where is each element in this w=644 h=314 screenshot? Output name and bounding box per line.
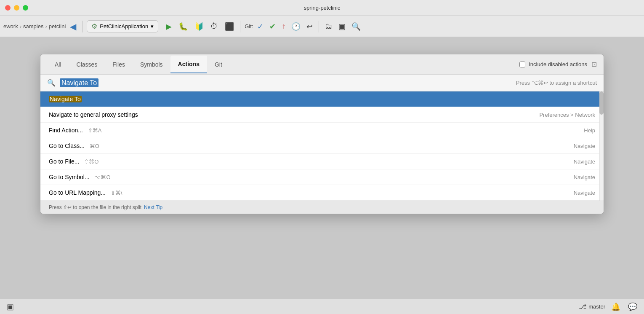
result-item-go-to-class[interactable]: Go to Class... ⌘O Navigate [40,138,604,154]
result-shortcut-find-action: ⇧⌘A [88,127,102,134]
result-category-go-to-class: Navigate [574,143,595,149]
result-label-navigate-to: Navigate To [49,96,595,102]
tabs-bar: All Classes Files Symbols Actions Git In… [40,54,604,75]
tab-symbols[interactable]: Symbols [133,56,170,73]
git-commit-button[interactable]: ✔ [268,21,277,32]
result-shortcut-go-to-symbol: ⌥⌘O [94,174,110,180]
result-item-go-to-url[interactable]: Go to URL Mapping... ⇧⌘\ Navigate [40,185,604,201]
run-config-label: PetClinicApplication [100,23,148,30]
result-item-find-action[interactable]: Find Action... ⇧⌘A Help [40,123,604,138]
search-input-selected-text[interactable]: Navigate To [60,78,98,87]
toolbar: ework › samples › petclini ◀ ⚙ PetClinic… [0,16,644,37]
git-history-button[interactable]: 🕐 [290,21,302,32]
result-item-go-to-file[interactable]: Go to File... ⇧⌘O Navigate [40,154,604,169]
bottom-notifications-button[interactable]: 🔔 [609,301,622,312]
breadcrumb: ework › samples › petclini [3,23,66,30]
result-item-navigate-to[interactable]: Navigate To [40,91,604,107]
include-disabled-label[interactable]: Include disabled actions [529,61,587,67]
result-shortcut-go-to-class: ⌘O [90,143,99,149]
tab-files[interactable]: Files [105,56,133,73]
git-branch[interactable]: ⎇ master [579,303,605,311]
coverage-button[interactable]: 🔰 [193,21,205,32]
breadcrumb-item-1: ework [3,23,18,30]
next-tip-link[interactable]: Next Tip [144,204,162,210]
git-push-button[interactable]: ↑ [280,21,287,32]
bottom-right: ⎇ master 🔔 💬 [579,301,639,312]
status-hint-text: Press ⇧↩ to open the file in the right s… [49,204,141,210]
toolbar-actions: ▶ 🐛 🔰 ⏱ ⬛ [164,21,236,32]
profile-button[interactable]: ⏱ [209,21,220,32]
toolbar-divider-3 [319,21,319,32]
search-everywhere-button[interactable]: 🔍 [350,21,362,32]
search-input-wrapper[interactable]: Navigate To [60,79,512,87]
result-item-go-to-symbol[interactable]: Go to Symbol... ⌥⌘O Navigate [40,169,604,185]
results-scroll-area: Navigate To Navigate to general proxy se… [40,91,604,201]
result-category-navigate-proxy: Preferences > Network [539,112,595,118]
shortcut-hint: Press ⌥⌘↩ to assign a shortcut [516,80,597,86]
bottom-layout-button[interactable]: ▣ [5,301,16,312]
result-label-find-action: Find Action... ⇧⌘A [49,127,577,134]
result-shortcut-go-to-file: ⇧⌘O [84,158,98,165]
git-revert-button[interactable]: ↩ [305,21,314,32]
git-branch-icon: ⎇ [579,303,586,311]
stop-button[interactable]: ⬛ [223,21,236,32]
run-config-dropdown[interactable]: ⚙ PetClinicApplication ▾ [87,20,158,32]
bottom-chat-button[interactable]: 💬 [626,301,639,312]
result-label-navigate-proxy: Navigate to general proxy settings [49,111,532,118]
result-highlight: Navigate To [49,96,82,102]
main-content: All Classes Files Symbols Actions Git In… [0,37,644,299]
search-bar: 🔍 Navigate To Press ⌥⌘↩ to assign a shor… [40,75,604,91]
debug-button[interactable]: 🐛 [177,21,189,32]
result-item-navigate-proxy[interactable]: Navigate to general proxy settings Prefe… [40,107,604,123]
result-shortcut-go-to-url: ⇧⌘\ [111,190,122,196]
toolbar-divider-1 [82,21,82,32]
maximize-button[interactable] [23,5,28,11]
search-dialog: All Classes Files Symbols Actions Git In… [40,54,604,214]
scrollbar-track[interactable] [599,91,604,201]
tab-git[interactable]: Git [207,56,230,73]
tab-all[interactable]: All [47,56,69,73]
layout-button[interactable]: ▣ [337,21,347,32]
scrollbar-thumb[interactable] [599,91,604,115]
result-category-find-action: Help [584,127,595,134]
include-disabled-container: Include disabled actions [519,61,587,67]
result-label-go-to-file: Go to File... ⇧⌘O [49,158,567,165]
breadcrumb-item-3: petclini [49,23,66,30]
bottom-bar: ▣ ⎇ master 🔔 💬 [0,299,644,314]
result-category-go-to-url: Navigate [574,190,595,196]
run-button[interactable]: ▶ [164,21,173,32]
project-tree-button[interactable]: 🗂 [323,21,334,32]
git-update-button[interactable]: ✓ [255,21,265,32]
back-button[interactable]: ◀ [68,21,78,32]
dropdown-arrow-icon: ▾ [151,23,154,30]
dialog-status-bar: Press ⇧↩ to open the file in the right s… [40,201,604,214]
expand-icon[interactable]: ⊡ [591,60,597,68]
result-label-go-to-symbol: Go to Symbol... ⌥⌘O [49,174,567,180]
tab-classes[interactable]: Classes [69,56,105,73]
run-config-icon: ⚙ [91,22,97,30]
result-label-go-to-url: Go to URL Mapping... ⇧⌘\ [49,189,567,196]
breadcrumb-sep-1: › [20,23,21,30]
toolbar-divider-2 [240,21,240,32]
window-controls[interactable] [5,5,28,11]
search-icon: 🔍 [47,79,56,87]
include-disabled-checkbox[interactable] [519,62,525,67]
close-button[interactable] [5,5,11,11]
git-branch-label: master [588,303,605,310]
breadcrumb-sep-2: › [45,23,47,30]
result-category-go-to-file: Navigate [574,158,595,165]
breadcrumb-item-2: samples [23,23,43,30]
window-title: spring-petclinic [304,5,341,11]
tab-actions[interactable]: Actions [170,56,207,73]
git-label: Git: [245,23,253,30]
title-bar: spring-petclinic [0,0,644,16]
result-label-go-to-class: Go to Class... ⌘O [49,142,567,149]
result-category-go-to-symbol: Navigate [574,174,595,180]
results-list: Navigate To Navigate to general proxy se… [40,91,604,201]
minimize-button[interactable] [14,5,19,11]
